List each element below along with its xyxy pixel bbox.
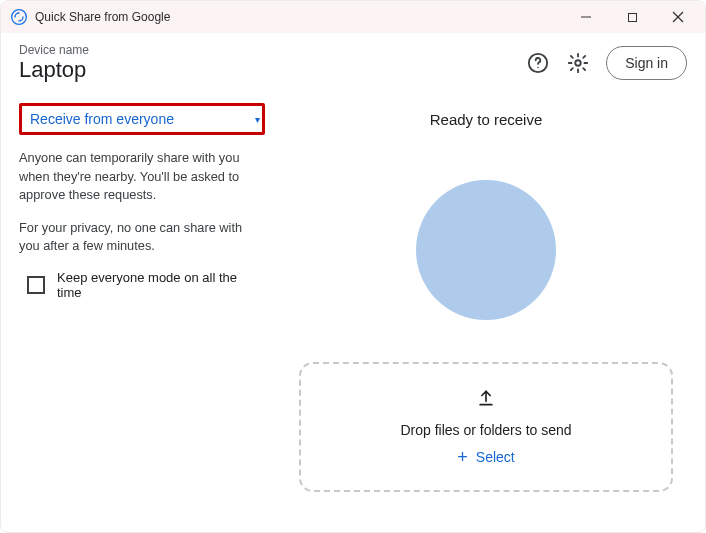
- svg-point-0: [12, 10, 27, 25]
- drop-zone[interactable]: Drop files or folders to send + Select: [299, 362, 673, 492]
- device-name-label: Device name: [19, 43, 89, 57]
- chevron-down-icon: ▾: [255, 114, 260, 125]
- device-name-button[interactable]: Laptop: [19, 57, 89, 83]
- svg-rect-2: [628, 13, 636, 21]
- plus-icon: +: [457, 448, 468, 466]
- receiver-avatar-area: [299, 152, 673, 348]
- left-panel: Receive from everyone ▾ Anyone can tempo…: [19, 93, 265, 506]
- upload-icon: [476, 388, 496, 412]
- right-panel: Ready to receive Drop files or folders t…: [285, 93, 687, 506]
- select-button[interactable]: + Select: [457, 448, 514, 466]
- help-button[interactable]: [518, 43, 558, 83]
- signin-button[interactable]: Sign in: [606, 46, 687, 80]
- select-label: Select: [476, 449, 515, 465]
- keep-everyone-checkbox[interactable]: [27, 276, 45, 294]
- info-text-1: Anyone can temporarily share with you wh…: [19, 149, 265, 205]
- svg-point-7: [575, 60, 581, 66]
- settings-button[interactable]: [558, 43, 598, 83]
- app-icon: [11, 9, 27, 25]
- device-name-value: Laptop: [19, 57, 86, 83]
- minimize-button[interactable]: [563, 1, 609, 33]
- receive-mode-dropdown[interactable]: Receive from everyone ▾: [19, 103, 265, 135]
- maximize-button[interactable]: [609, 1, 655, 33]
- ready-title: Ready to receive: [299, 111, 673, 128]
- window-title: Quick Share from Google: [35, 10, 170, 24]
- keep-everyone-label: Keep everyone mode on all the time: [57, 270, 265, 300]
- drop-text: Drop files or folders to send: [400, 422, 571, 438]
- info-text-2: For your privacy, no one can share with …: [19, 219, 265, 256]
- header: Device name Laptop Sign in: [1, 33, 705, 93]
- receiver-avatar: [416, 180, 556, 320]
- close-button[interactable]: [655, 1, 701, 33]
- signin-label: Sign in: [625, 55, 668, 71]
- svg-point-6: [537, 67, 538, 68]
- receive-mode-label: Receive from everyone: [30, 111, 174, 127]
- content: Receive from everyone ▾ Anyone can tempo…: [1, 93, 705, 524]
- titlebar: Quick Share from Google: [1, 1, 705, 33]
- keep-everyone-checkbox-row[interactable]: Keep everyone mode on all the time: [19, 270, 265, 300]
